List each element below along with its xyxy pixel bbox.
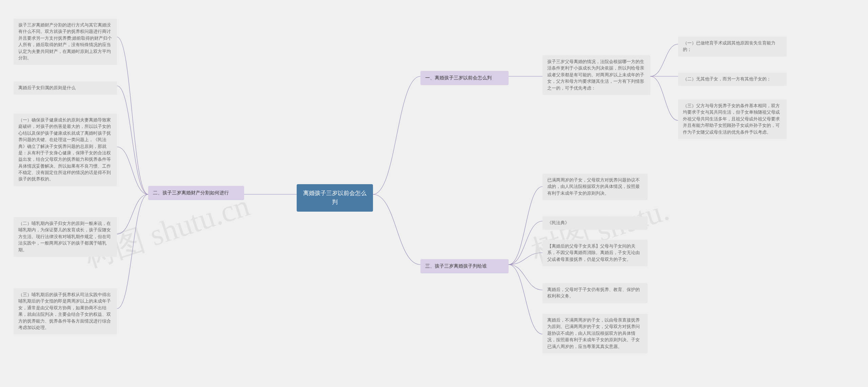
branch-3-child-5[interactable]: 离婚后，不满两周岁的子女，以由母亲直接抚养为原则。已满两周岁的子女，父母双方对抚… [542, 314, 648, 353]
branch-2[interactable]: 二、孩子三岁离婚财产分割如何进行 [148, 186, 244, 200]
connector-lines [0, 0, 868, 387]
branch-2-child-2[interactable]: 离婚后子女归属的原则是什么 [14, 81, 117, 95]
branch-1-child-1[interactable]: 孩子三岁父母离婚的情况，法院会根据哪一方的生活条件更利于小孩成长为判决依据，所以… [542, 55, 650, 95]
branch-3[interactable]: 三、孩子三岁离婚孩子判给谁 [420, 259, 509, 273]
branch-3-child-4[interactable]: 离婚后，父母对于子女仍有抚养、教育、保护的权利和义务。 [542, 283, 648, 303]
branch-3-child-2[interactable]: 《民法典》 [542, 216, 648, 230]
root-node[interactable]: 离婚孩子三岁以前会怎么判 [297, 184, 373, 212]
branch-1-sub-2[interactable]: （二）无其他子女，而另一方有其他子女的； [678, 73, 787, 86]
branch-3-child-1[interactable]: 已满两周岁的子女，父母双方对抚养问题协议不成的，由人民法院根据双方的具体情况，按… [542, 174, 648, 200]
branch-2-child-1[interactable]: 孩子三岁离婚财产分割的进行方式与其它离婚没有什么不同。双方就孩子的抚养权问题进行… [14, 19, 117, 65]
branch-2-child-3[interactable]: （一）确保孩子健康成长的原则夫妻离婚导致家庭破碎，对孩子的伤害是最大的，所以以子… [14, 114, 117, 186]
branch-2-child-4[interactable]: （二）哺乳期内孩子归女方的原则一般来说，在哺乳期内，为保证婴儿的发育成长，孩子应… [14, 217, 117, 257]
branch-1[interactable]: 一、离婚孩子三岁以前会怎么判 [420, 71, 509, 85]
branch-1-sub-1[interactable]: （一）已做绝育手术或因其他原因丧失生育能力的； [678, 37, 787, 57]
branch-1-sub-3[interactable]: （三）父方与母方抚养子女的条件基本相同，双方均要求子女与其共同生活，但子女单独随… [678, 99, 787, 139]
branch-3-child-3[interactable]: 【离婚后的父母子女关系】父母与子女间的关系，不因父母离婚而消除。离婚后，子女无论… [542, 240, 648, 266]
branch-2-child-5[interactable]: （三）哺乳期后的孩子抚养权从司法实践中得出哺乳期后的子女指的即是两周岁以上的未成… [14, 288, 117, 334]
